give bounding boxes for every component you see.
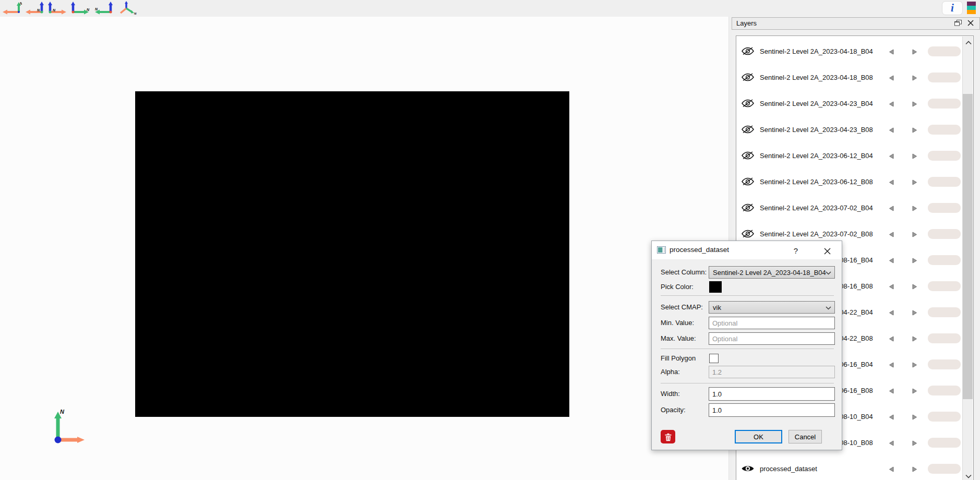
- svg-text:N: N: [134, 12, 137, 15]
- layer-left-arrow-icon[interactable]: [888, 179, 894, 186]
- layer-visibility-toggle-eye-icon[interactable]: [740, 151, 755, 161]
- panel-close-icon[interactable]: [966, 19, 975, 28]
- layer-right-arrow-icon[interactable]: [911, 101, 917, 107]
- layer-name: processed_dataset: [760, 465, 817, 473]
- pick-color-swatch[interactable]: [709, 281, 722, 293]
- layer-visibility-toggle-eye-icon[interactable]: [740, 125, 755, 135]
- layer-visibility-toggle-eye-icon[interactable]: [740, 46, 755, 57]
- layer-visibility-toggle-eye-icon[interactable]: [740, 73, 755, 83]
- layer-visibility-toggle-eye-icon[interactable]: [740, 464, 755, 474]
- scrollbar-thumb[interactable]: [963, 94, 973, 399]
- axis-orientation-4-icon[interactable]: N: [70, 1, 91, 15]
- dialog-titlebar[interactable]: processed_dataset ?: [652, 241, 842, 259]
- axis-orientation-1-icon[interactable]: N: [1, 1, 22, 15]
- layer-left-arrow-icon[interactable]: [888, 257, 894, 264]
- layer-left-arrow-icon[interactable]: [888, 153, 894, 160]
- min-value-row: Min. Value:: [652, 317, 842, 329]
- layer-left-arrow-icon[interactable]: [888, 414, 894, 421]
- layer-left-arrow-icon[interactable]: [888, 283, 894, 290]
- layer-color-swatch[interactable]: [928, 73, 961, 82]
- layer-right-arrow-icon[interactable]: [911, 179, 917, 186]
- viewport[interactable]: N: [0, 17, 729, 480]
- layer-color-swatch[interactable]: [928, 229, 961, 239]
- layer-right-arrow-icon[interactable]: [911, 231, 917, 238]
- layer-right-arrow-icon[interactable]: [911, 49, 917, 55]
- select-cmap-dropdown[interactable]: vik: [709, 301, 835, 314]
- layer-right-arrow-icon[interactable]: [911, 205, 917, 212]
- axis-orientation-2-icon[interactable]: N: [24, 1, 45, 15]
- layer-row: Sentinel-2 Level 2A_2023-04-18_B04: [736, 39, 963, 65]
- layer-color-swatch[interactable]: [928, 203, 961, 213]
- info-button[interactable]: i: [942, 1, 963, 15]
- layer-color-swatch[interactable]: [928, 46, 961, 56]
- layer-right-arrow-icon[interactable]: [911, 335, 917, 342]
- layer-left-arrow-icon[interactable]: [888, 309, 894, 316]
- layer-right-arrow-icon[interactable]: [911, 414, 917, 421]
- layer-left-arrow-icon[interactable]: [888, 335, 894, 342]
- layer-left-arrow-icon[interactable]: [888, 388, 894, 394]
- layer-left-arrow-icon[interactable]: [888, 205, 894, 212]
- layer-visibility-toggle-eye-icon[interactable]: [740, 99, 755, 109]
- select-column-dropdown[interactable]: Sentinel-2 Level 2A_2023-04-18_B04: [709, 266, 835, 279]
- layer-color-swatch[interactable]: [928, 412, 961, 422]
- layer-left-arrow-icon[interactable]: [888, 231, 894, 238]
- layer-visibility-toggle-eye-icon[interactable]: [740, 177, 755, 187]
- select-column-label: Select Column:: [661, 266, 707, 279]
- layer-right-arrow-icon[interactable]: [911, 466, 917, 473]
- layer-right-arrow-icon[interactable]: [911, 440, 917, 447]
- axis-orientation-5-icon[interactable]: N: [93, 1, 114, 15]
- layer-color-swatch[interactable]: [928, 125, 961, 135]
- layer-row: Sentinel-2 Level 2A_2023-04-23_B04: [736, 91, 963, 117]
- opacity-input[interactable]: [709, 403, 835, 417]
- layer-left-arrow-icon[interactable]: [888, 127, 894, 134]
- layer-color-swatch[interactable]: [928, 438, 961, 448]
- layer-color-swatch[interactable]: [928, 359, 961, 369]
- layer-right-arrow-icon[interactable]: [911, 283, 917, 290]
- cancel-button[interactable]: Cancel: [788, 430, 822, 443]
- ok-button[interactable]: OK: [735, 430, 782, 443]
- layer-right-arrow-icon[interactable]: [911, 75, 917, 81]
- layer-name: Sentinel-2 Level 2A_2023-04-18_B04: [760, 47, 873, 55]
- layer-color-swatch[interactable]: [928, 307, 961, 317]
- layer-visibility-toggle-eye-icon[interactable]: [740, 229, 755, 239]
- layer-color-swatch[interactable]: [928, 386, 961, 395]
- fill-polygon-checkbox[interactable]: [709, 354, 719, 363]
- opacity-label: Opacity:: [661, 403, 686, 417]
- layer-color-swatch[interactable]: [928, 464, 961, 474]
- max-value-row: Max. Value:: [652, 332, 842, 345]
- layer-left-arrow-icon[interactable]: [888, 101, 894, 107]
- layer-left-arrow-icon[interactable]: [888, 466, 894, 473]
- max-value-input[interactable]: [709, 332, 835, 345]
- layer-left-arrow-icon[interactable]: [888, 75, 894, 81]
- layer-left-arrow-icon[interactable]: [888, 49, 894, 55]
- layer-left-arrow-icon[interactable]: [888, 362, 894, 368]
- layer-color-swatch[interactable]: [928, 281, 961, 291]
- layer-visibility-toggle-eye-icon[interactable]: [740, 203, 755, 213]
- layer-color-swatch[interactable]: [928, 151, 961, 161]
- layer-color-swatch[interactable]: [928, 177, 961, 187]
- layer-color-swatch[interactable]: [928, 99, 961, 109]
- layer-list-scrollbar[interactable]: [962, 37, 973, 480]
- layer-row: Sentinel-2 Level 2A_2023-04-18_B08: [736, 65, 963, 91]
- min-value-input[interactable]: [709, 317, 835, 329]
- layer-left-arrow-icon[interactable]: [888, 440, 894, 447]
- width-input[interactable]: [709, 387, 835, 401]
- layer-color-swatch[interactable]: [928, 255, 961, 265]
- rendered-dataset-image[interactable]: [135, 91, 569, 417]
- layer-right-arrow-icon[interactable]: [911, 388, 917, 394]
- dialog-close-icon[interactable]: [818, 244, 833, 257]
- delete-trash-icon[interactable]: [661, 430, 675, 443]
- dialog-help-button[interactable]: ?: [789, 244, 803, 257]
- layer-right-arrow-icon[interactable]: [911, 362, 917, 368]
- panel-float-icon[interactable]: [953, 19, 963, 28]
- scroll-up-icon[interactable]: [963, 37, 973, 46]
- scroll-down-icon[interactable]: [963, 470, 973, 480]
- axis-orientation-6-icon[interactable]: N: [116, 1, 137, 15]
- layer-color-swatch[interactable]: [928, 333, 961, 343]
- orientation-gizmo[interactable]: N: [46, 407, 90, 447]
- layer-right-arrow-icon[interactable]: [911, 127, 917, 134]
- layer-right-arrow-icon[interactable]: [911, 309, 917, 316]
- axis-orientation-3-icon[interactable]: N: [47, 1, 68, 15]
- layer-right-arrow-icon[interactable]: [911, 153, 917, 160]
- layer-right-arrow-icon[interactable]: [911, 257, 917, 264]
